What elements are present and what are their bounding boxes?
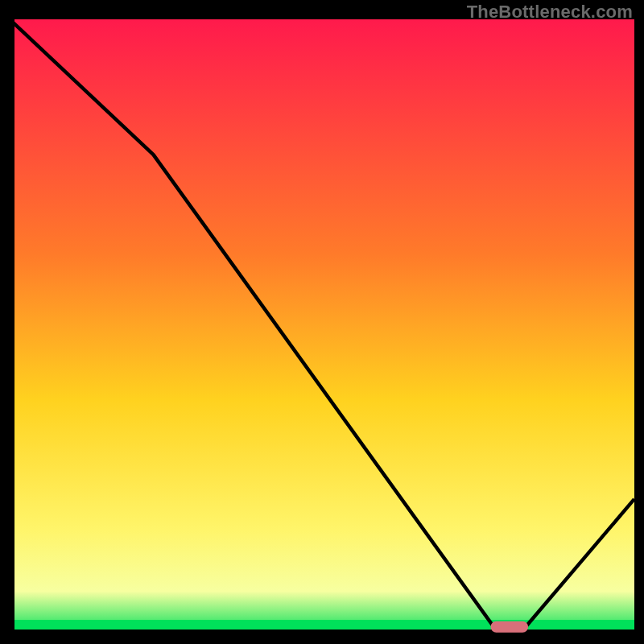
gradient-background	[10, 19, 634, 634]
optimal-marker	[491, 621, 529, 633]
x-axis	[10, 630, 634, 634]
y-axis	[10, 19, 14, 634]
chart-frame	[10, 19, 634, 634]
bottleneck-chart	[10, 19, 634, 634]
